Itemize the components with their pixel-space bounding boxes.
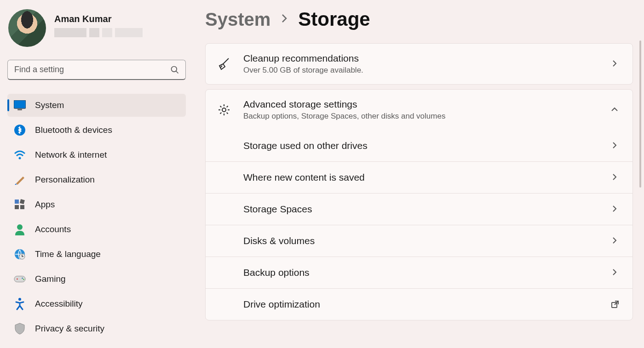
profile-email-redacted [54, 28, 143, 37]
subrow-label: Storage Spaces [243, 204, 312, 215]
svg-point-21 [222, 108, 226, 112]
sidebar-item-network[interactable]: Network & internet [7, 143, 186, 166]
search-input[interactable] [7, 60, 186, 80]
sidebar-item-label: Accessibility [35, 299, 82, 309]
subrow-label: Drive optimization [243, 299, 320, 310]
svg-rect-4 [17, 109, 22, 110]
svg-point-16 [22, 278, 23, 279]
svg-line-1 [176, 71, 178, 74]
breadcrumb-current: Storage [298, 8, 370, 30]
advanced-title: Advanced storage settings [243, 99, 598, 110]
sidebar: Aman Kumar System Bluetooth & devices [0, 0, 193, 348]
svg-rect-2 [14, 100, 26, 108]
subrow-backup-options[interactable]: Backup options [206, 257, 632, 288]
svg-line-20 [220, 66, 222, 68]
shield-icon [14, 323, 26, 335]
svg-point-6 [19, 157, 21, 160]
accessibility-icon [14, 298, 26, 310]
svg-rect-7 [15, 200, 19, 204]
sidebar-item-label: System [35, 100, 64, 110]
cleanup-title: Cleanup recommendations [243, 53, 598, 64]
chevron-right-icon [610, 236, 620, 245]
subrow-disks-volumes[interactable]: Disks & volumes [206, 225, 632, 257]
sidebar-item-label: Personalization [35, 175, 95, 185]
gear-icon [217, 103, 231, 117]
display-icon [14, 99, 26, 111]
profile-block[interactable]: Aman Kumar [7, 9, 186, 47]
subrow-label: Disks & volumes [243, 235, 315, 246]
advanced-header[interactable]: Advanced storage settings Backup options… [206, 90, 632, 130]
subrow-storage-spaces[interactable]: Storage Spaces [206, 193, 632, 225]
sidebar-item-label: Gaming [35, 274, 66, 284]
advanced-subtitle: Backup options, Storage Spaces, other di… [243, 112, 598, 121]
sidebar-item-label: Time & language [35, 249, 101, 259]
sidebar-item-time[interactable]: Time & language [7, 243, 186, 266]
svg-point-0 [172, 67, 177, 72]
svg-line-19 [223, 58, 229, 64]
apps-icon [14, 199, 26, 211]
main-content: System Storage Cleanup recommendations O… [193, 0, 644, 348]
wifi-icon [14, 149, 26, 161]
subrow-drive-optimization[interactable]: Drive optimization [206, 288, 632, 320]
subrow-label: Storage used on other drives [243, 140, 368, 151]
scrollbar-thumb[interactable] [639, 40, 641, 188]
sidebar-item-bluetooth[interactable]: Bluetooth & devices [7, 119, 186, 142]
sidebar-item-label: Apps [35, 200, 55, 210]
paintbrush-icon [14, 174, 26, 186]
svg-rect-8 [20, 199, 25, 204]
sidebar-item-label: Network & internet [35, 150, 107, 160]
nav-list: System Bluetooth & devices Network & int… [7, 94, 186, 340]
broom-icon [217, 57, 231, 71]
cleanup-subtitle: Over 5.00 GB of storage available. [243, 66, 598, 75]
svg-point-15 [17, 279, 18, 280]
subrow-label: Backup options [243, 267, 310, 278]
chevron-right-icon [610, 173, 620, 182]
sidebar-item-privacy[interactable]: Privacy & security [7, 317, 186, 340]
chevron-right-icon [610, 59, 620, 68]
chevron-right-icon [610, 268, 620, 277]
svg-point-11 [17, 224, 23, 230]
sidebar-item-gaming[interactable]: Gaming [7, 268, 186, 291]
breadcrumb: System Storage [205, 8, 633, 30]
sidebar-item-label: Accounts [35, 224, 71, 234]
search-icon [170, 65, 179, 74]
chevron-up-icon [610, 105, 620, 114]
profile-name: Aman Kumar [54, 14, 143, 24]
card-cleanup[interactable]: Cleanup recommendations Over 5.00 GB of … [205, 43, 633, 85]
breadcrumb-parent[interactable]: System [205, 9, 270, 30]
person-icon [14, 223, 26, 235]
sidebar-item-accessibility[interactable]: Accessibility [7, 292, 186, 315]
subrow-label: Where new content is saved [243, 172, 365, 183]
sidebar-item-apps[interactable]: Apps [7, 193, 186, 216]
svg-point-18 [18, 298, 21, 301]
svg-rect-9 [15, 205, 19, 209]
subrow-where-saved[interactable]: Where new content is saved [206, 161, 632, 193]
svg-point-17 [23, 279, 24, 280]
sidebar-item-label: Privacy & security [35, 324, 104, 334]
external-link-icon [610, 300, 620, 309]
advanced-sublist: Storage used on other drives Where new c… [206, 130, 632, 320]
sidebar-item-system[interactable]: System [7, 94, 186, 117]
subrow-other-drives[interactable]: Storage used on other drives [206, 130, 632, 161]
sidebar-item-accounts[interactable]: Accounts [7, 218, 186, 241]
avatar [8, 9, 46, 47]
chevron-right-icon [610, 205, 620, 214]
svg-rect-10 [20, 205, 24, 209]
chevron-right-icon [281, 13, 288, 24]
bluetooth-icon [14, 124, 26, 136]
search-container [7, 60, 186, 80]
gamepad-icon [14, 273, 26, 285]
globe-clock-icon [14, 248, 26, 260]
sidebar-item-personalization[interactable]: Personalization [7, 168, 186, 191]
card-advanced: Advanced storage settings Backup options… [205, 89, 633, 320]
chevron-right-icon [610, 141, 620, 150]
sidebar-item-label: Bluetooth & devices [35, 125, 112, 135]
